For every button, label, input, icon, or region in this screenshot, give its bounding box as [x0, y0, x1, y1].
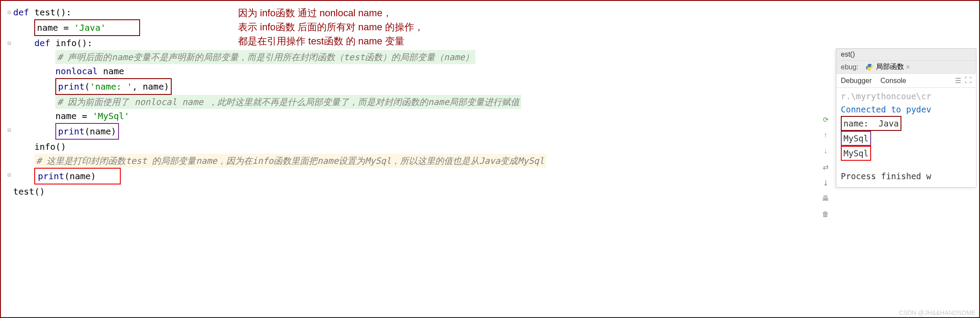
console-line: Connected to pydev [841, 103, 972, 116]
output-mysql-2: MySql [841, 146, 871, 161]
highlighted-assignment: name = 'Java' [34, 19, 140, 36]
keyword-def: def [34, 38, 50, 48]
debug-tab-bar: ebug: 局部函数 × [836, 61, 976, 74]
breadcrumb: est() [836, 49, 976, 61]
console-output[interactable]: r.\myrythoncoue\cr Connected to pydev na… [836, 88, 976, 187]
function-name: test [34, 7, 55, 18]
expand-icon[interactable]: ⛶ [965, 76, 972, 85]
tab-debugger[interactable]: Debugger [841, 77, 872, 85]
debug-panel: ⟳ ↑ ↓ ⇄ ⤓ 🖶 🗑 est() ebug: 局部函数 × Debugge… [836, 48, 976, 188]
up-arrow-icon[interactable]: ↑ [821, 130, 830, 140]
debug-side-toolbar: ⟳ ↑ ↓ ⇄ ⤓ 🖶 🗑 [821, 115, 830, 219]
console-line: Process finished w [841, 170, 972, 183]
print-icon[interactable]: 🖶 [821, 194, 830, 203]
keyword-nonlocal: nonlocal [55, 66, 97, 76]
fold-icon[interactable]: ⊟ [5, 5, 13, 19]
code-text: (): [55, 7, 71, 18]
output-mysql-1: MySql [841, 131, 871, 146]
highlighted-print-red: print(name) [34, 168, 121, 184]
highlighted-print: print('name: ', name) [55, 78, 172, 95]
fold-icon[interactable]: ⊟ [5, 36, 13, 50]
watermark: CSDN @JH&&HANDSOME [899, 309, 976, 316]
scroll-to-end-icon[interactable]: ⤓ [821, 178, 830, 188]
highlighted-print-purple: print(name) [55, 123, 119, 140]
trash-icon[interactable]: 🗑 [821, 210, 830, 219]
fold-icon[interactable]: ⊟ [5, 168, 13, 182]
debug-subtabs: Debugger Console ☰ ⛶ [836, 74, 976, 88]
python-icon [865, 63, 873, 71]
down-arrow-icon[interactable]: ↓ [821, 146, 830, 156]
close-icon[interactable]: × [906, 63, 910, 71]
function-name: info [55, 38, 76, 48]
debug-label: ebug: [841, 63, 858, 71]
debug-tab-name[interactable]: 局部函数 [876, 62, 904, 72]
output-name-java: name: Java [841, 116, 901, 131]
filter-icon[interactable]: ☰ [955, 76, 961, 85]
annotation-text: 因为 info函数 通过 nonlocal name， 表示 info函数 后面… [238, 6, 424, 48]
comment-line: # 这里是打印封闭函数test 的局部变量name，因为在info函数里面把na… [34, 154, 546, 168]
tab-console[interactable]: Console [880, 77, 906, 85]
function-call: test() [13, 186, 45, 197]
console-line: r.\myrythoncoue\cr [841, 90, 972, 103]
function-call: info() [34, 141, 66, 152]
comment-line: # 因为前面使用了 nonlocal name ，此时这里就不再是什么局部变量了… [55, 95, 521, 109]
rerun-icon[interactable]: ⟳ [821, 115, 830, 124]
comment-line: # 声明后面的name变量不是声明新的局部变量，而是引用所在封闭函数（test函… [55, 50, 476, 64]
fold-icon[interactable]: ⊟ [5, 123, 13, 137]
wrap-icon[interactable]: ⇄ [821, 162, 830, 172]
code-editor[interactable]: ⊟def test(): name = 'Java' ⊟ def info():… [1, 1, 979, 199]
keyword-def: def [13, 7, 29, 18]
